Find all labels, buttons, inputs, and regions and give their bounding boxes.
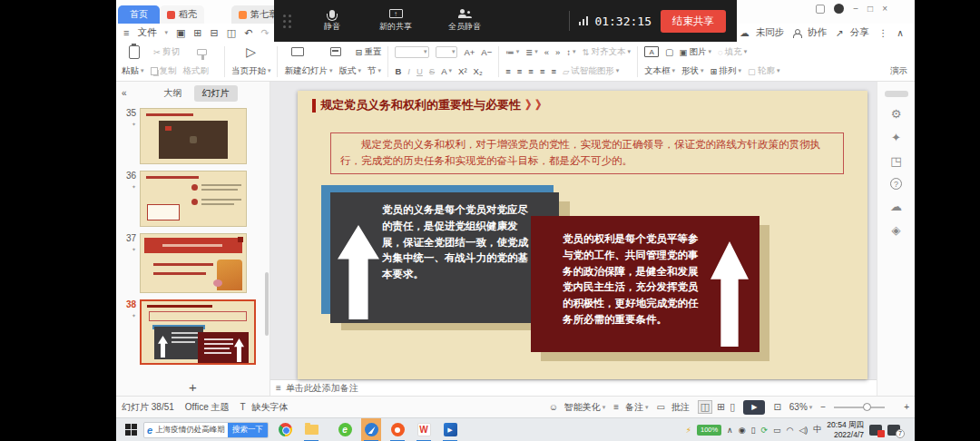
align-left-icon[interactable]: ≡: [505, 66, 511, 76]
sorter-view-icon[interactable]: ⊞: [717, 401, 725, 413]
layout-button[interactable]: 版式▾: [339, 65, 362, 77]
file-menu[interactable]: 文件: [137, 26, 156, 39]
comments-toggle[interactable]: ▭ 批注: [656, 401, 689, 414]
export-icon[interactable]: ⊞: [193, 27, 201, 39]
tab-slides[interactable]: 幻灯片: [194, 85, 238, 102]
zoom-out-icon[interactable]: −: [820, 402, 826, 412]
play-from-current-button[interactable]: 当页开始▾: [231, 65, 271, 77]
help-icon[interactable]: ?: [890, 178, 902, 190]
tray-expand-icon[interactable]: ∧: [727, 426, 733, 435]
shapes-button[interactable]: 形状▾: [681, 65, 704, 77]
taskbar-chrome[interactable]: [275, 418, 295, 441]
sync-tray-icon[interactable]: ⟳: [761, 426, 769, 435]
outline-button[interactable]: ▢轮廓▾: [748, 65, 780, 77]
save-icon[interactable]: ▣: [176, 27, 185, 39]
new-slide-icon[interactable]: [291, 47, 304, 56]
play-from-current-icon[interactable]: ▷: [246, 44, 256, 59]
normal-view-icon[interactable]: ◫: [698, 400, 712, 414]
effects-icon[interactable]: ✦: [891, 131, 901, 144]
font-color-button[interactable]: A▾: [441, 66, 452, 76]
slide-thumbnail-36[interactable]: [140, 171, 247, 227]
sidebar-scrollbar[interactable]: [265, 272, 269, 336]
text-box-button[interactable]: 文本框▾: [644, 65, 675, 77]
hamburger-menu-icon[interactable]: ≡: [123, 27, 129, 38]
message-app-icon[interactable]: 7: [887, 425, 900, 436]
notes-bar[interactable]: ≡ 单击此处添加备注: [270, 379, 877, 396]
decrease-indent-icon[interactable]: «: [544, 47, 549, 57]
record-tray-icon[interactable]: ◉: [739, 426, 746, 435]
slide-title-block[interactable]: 规定党员义务和权利的重要性与必要性 》》: [312, 97, 545, 113]
wifi-icon[interactable]: ◠: [787, 426, 794, 435]
properties-icon[interactable]: ⚙: [891, 107, 902, 121]
cloud-tools-icon[interactable]: ☁: [890, 200, 902, 213]
layers-icon[interactable]: ◳: [890, 154, 901, 168]
more-menu-icon[interactable]: ⋮: [878, 27, 888, 38]
battery-indicator[interactable]: 100%: [697, 425, 721, 436]
superscript-button[interactable]: X²: [458, 66, 467, 76]
decrease-font-icon[interactable]: A−: [481, 47, 492, 57]
slide-thumbnail-37[interactable]: [140, 233, 247, 293]
bullets-button[interactable]: ≔▾: [505, 47, 519, 57]
tab-home[interactable]: 首页: [118, 5, 160, 24]
collab-button[interactable]: 协作: [793, 26, 827, 39]
format-painter-button[interactable]: 格式刷: [183, 65, 210, 77]
notes-toggle[interactable]: ≡ 备注▾: [613, 401, 648, 414]
shapes-icon[interactable]: ▢: [665, 47, 672, 57]
zoom-level[interactable]: 63%▾: [789, 402, 813, 412]
intro-text-box[interactable]: 规定党员的义务和权利，对于增强党员的党性，实现党的正确领导，保证党的路线方针政策…: [330, 132, 844, 174]
picture-button[interactable]: ▣图片▾: [680, 46, 712, 58]
reading-view-icon[interactable]: ▯: [730, 401, 735, 413]
tab-outline[interactable]: 大纲: [156, 85, 191, 102]
strikethrough-button[interactable]: S: [429, 66, 435, 76]
slide-thumbnail-38-current[interactable]: [140, 299, 256, 365]
taskbar-orange-app[interactable]: [387, 418, 407, 441]
taskbar-ie[interactable]: e: [335, 418, 355, 441]
volume-icon[interactable]: ◁): [799, 426, 808, 435]
notification-app-icon[interactable]: [869, 425, 882, 436]
start-button[interactable]: [125, 424, 137, 436]
search-input[interactable]: 上海疫情仍处高峰期: [155, 425, 228, 436]
redo-icon[interactable]: ↷: [260, 27, 269, 39]
undo-icon[interactable]: ↶: [244, 27, 252, 39]
end-share-button[interactable]: 结束共享: [661, 10, 726, 33]
new-slide-button[interactable]: 新建幻灯片▾: [284, 65, 332, 77]
paste-icon[interactable]: [129, 45, 140, 59]
print-preview-icon[interactable]: ◫: [227, 27, 236, 39]
device-tray-icon[interactable]: ▭: [773, 426, 781, 435]
increase-indent-icon[interactable]: »: [555, 47, 560, 57]
subscript-button[interactable]: X₂: [474, 66, 483, 76]
taskbar-search[interactable]: e 上海疫情仍处高峰期 搜索一下: [143, 422, 269, 438]
phone-tray-icon[interactable]: ▯: [751, 426, 756, 435]
hscroll-end[interactable]: [885, 91, 908, 97]
theme-name[interactable]: Office 主题: [185, 401, 230, 414]
zoom-slider-knob[interactable]: [863, 403, 871, 411]
collapse-panel-icon[interactable]: «: [122, 88, 127, 98]
taskbar-wps[interactable]: W: [414, 418, 434, 441]
distribute-icon[interactable]: ≡: [551, 66, 556, 76]
text-box-icon[interactable]: A: [644, 46, 659, 57]
fill-button[interactable]: ◌填充▾: [718, 46, 747, 58]
slide-thumbnail-35[interactable]: [140, 108, 247, 164]
numbering-button[interactable]: ≣▾: [525, 47, 537, 57]
font-size-combo[interactable]: ▾: [436, 46, 457, 58]
user-avatar[interactable]: [834, 4, 844, 14]
obligations-box[interactable]: 党员的义务是每个党员对党应尽的责任，是促进党组织健康发展，保证全党团结一致，使党…: [330, 192, 559, 323]
layout-icon[interactable]: [330, 47, 341, 56]
underline-button[interactable]: U: [416, 66, 423, 76]
present-button[interactable]: 演示: [890, 65, 907, 77]
window-mode-icon[interactable]: [816, 5, 825, 14]
print-icon[interactable]: ⊟: [211, 27, 219, 39]
zoom-in-icon[interactable]: +: [904, 402, 909, 412]
close-icon[interactable]: ×: [882, 4, 887, 14]
taskbar-clock[interactable]: 20:54 周四 2022/4/7: [827, 420, 864, 439]
reset-button[interactable]: ⊟重置: [355, 46, 381, 58]
fit-slide-icon[interactable]: ⊡: [773, 402, 780, 412]
bold-button[interactable]: B: [395, 66, 401, 76]
italic-button[interactable]: I: [407, 66, 410, 76]
justify-icon[interactable]: ≡: [540, 66, 545, 76]
cut-button[interactable]: ✂剪切: [153, 46, 180, 58]
missing-fonts[interactable]: T 缺失字体: [240, 401, 289, 414]
line-spacing-button[interactable]: ↕▾: [566, 47, 575, 57]
slideshow-button[interactable]: ▶: [743, 400, 765, 415]
increase-font-icon[interactable]: A+: [464, 47, 475, 57]
